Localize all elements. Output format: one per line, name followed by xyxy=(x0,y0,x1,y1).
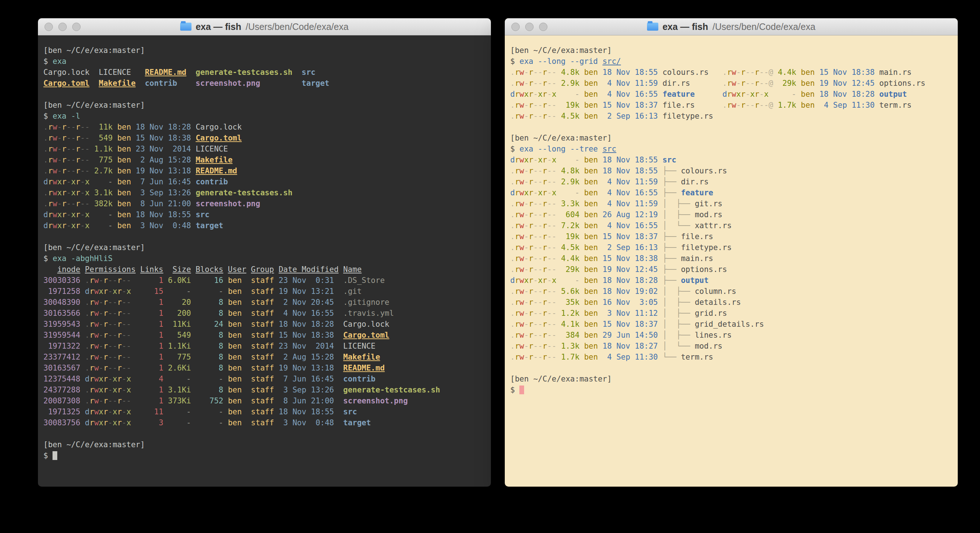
text-segment: 382k xyxy=(90,199,113,208)
text-segment: 3.1Ki xyxy=(163,386,191,394)
zoom-button[interactable] xyxy=(72,22,81,31)
text-segment: - xyxy=(163,375,191,383)
permission-char: r xyxy=(741,90,746,99)
permission-char: - xyxy=(533,221,538,230)
permission-char: . xyxy=(510,342,515,351)
text-segment: [ben ~/C/e/exa:master] xyxy=(43,101,145,110)
terminal-line: 24377288 .rwxr-xr-x 1 3.1Ki 8 ben staff … xyxy=(43,385,485,395)
permission-char: - xyxy=(750,101,755,110)
permission-char: x xyxy=(538,188,543,197)
text-segment: 30048390 xyxy=(43,298,80,306)
text-segment: .travis.yml xyxy=(334,309,394,318)
text-segment: ben staff xyxy=(223,396,274,405)
permission-char: - xyxy=(533,342,538,351)
text-segment: README.md xyxy=(343,364,385,372)
text-segment xyxy=(191,221,196,230)
permission-char: r xyxy=(89,407,94,416)
permission-char: w xyxy=(52,177,57,186)
permission-char: - xyxy=(746,90,750,99)
permission-char: r xyxy=(529,188,534,197)
text-segment: Cargo.toml xyxy=(196,134,242,142)
permission-char: - xyxy=(113,320,118,329)
permission-char: - xyxy=(764,79,769,88)
text-segment: Permissions xyxy=(85,265,136,274)
permission-char: r xyxy=(515,254,520,263)
titlebar[interactable]: exa — fish /Users/ben/Code/exa/exa xyxy=(505,18,958,35)
text-segment: lines.rs xyxy=(695,331,732,340)
terminal-line: .rw-r--r-- 604 ben 26 Aug 12:19 │ ├── mo… xyxy=(510,209,952,220)
zoom-button[interactable] xyxy=(539,22,547,31)
terminal-cursor xyxy=(52,451,57,460)
permission-char: w xyxy=(52,123,57,131)
permission-char: r xyxy=(48,123,53,131)
close-button[interactable] xyxy=(511,22,520,31)
permission-char: - xyxy=(538,79,543,88)
permission-char: - xyxy=(99,276,103,285)
text-segment: 15 Nov 18:37 xyxy=(598,320,658,329)
permission-char: d xyxy=(43,221,48,230)
terminal-screen[interactable]: [ben ~/C/e/exa:master]$ exa --long --gri… xyxy=(505,35,958,487)
text-segment: - xyxy=(768,90,796,99)
close-button[interactable] xyxy=(45,22,53,31)
permission-char: - xyxy=(108,386,113,394)
text-segment: $ xyxy=(510,145,519,153)
permission-char: - xyxy=(533,287,538,296)
text-segment: 5.6k xyxy=(557,287,579,296)
permission-char: x xyxy=(764,90,769,99)
permission-char: - xyxy=(122,353,127,361)
text-segment xyxy=(80,276,85,285)
permission-char: r xyxy=(543,210,547,219)
permission-char: r xyxy=(48,199,53,208)
terminal-line: 31959544 .rw-r--r-- 1 549 8 ben staff 15… xyxy=(43,330,485,341)
permission-char: - xyxy=(538,309,543,318)
text-segment: ben staff xyxy=(223,276,274,285)
permission-char: r xyxy=(515,298,520,306)
minimize-button[interactable] xyxy=(58,22,67,31)
permission-char: - xyxy=(524,79,529,88)
text-segment: 200 xyxy=(163,309,191,318)
permission-char: - xyxy=(538,166,543,175)
permission-char: - xyxy=(533,353,538,361)
text-segment: colours.rs xyxy=(662,68,708,77)
text-segment: ben xyxy=(579,342,598,351)
permission-char: . xyxy=(85,386,90,394)
permission-char: r xyxy=(103,331,108,340)
text-segment: 2.7k xyxy=(90,166,113,175)
text-segment xyxy=(246,265,251,274)
text-segment: Name xyxy=(343,265,362,274)
permission-char: - xyxy=(85,155,90,164)
permission-char: . xyxy=(510,353,515,361)
text-segment xyxy=(334,331,343,340)
text-segment: 4.8k xyxy=(557,68,579,77)
permission-char: w xyxy=(94,331,99,340)
text-segment: ben xyxy=(796,79,815,88)
text-segment: 2.6Ki xyxy=(163,364,191,372)
text-segment: 4 Nov 11:59 xyxy=(598,79,658,88)
text-segment: file.rs xyxy=(662,101,695,110)
permission-char: r xyxy=(529,243,534,252)
permission-char: - xyxy=(538,353,543,361)
permission-char: r xyxy=(103,375,108,383)
text-segment: term.rs xyxy=(681,353,713,361)
text-segment: .git xyxy=(334,287,362,296)
text-segment: 384 xyxy=(557,331,579,340)
text-segment: 1 xyxy=(131,298,163,306)
text-segment: - xyxy=(163,407,191,416)
text-segment: 1 xyxy=(131,353,163,361)
permission-char: r xyxy=(515,68,520,77)
permission-char: - xyxy=(122,320,127,329)
terminal-line: [ben ~/C/e/exa:master] xyxy=(510,373,952,385)
terminal-screen[interactable]: [ben ~/C/e/exa:master]$ exaCargo.lock LI… xyxy=(38,35,491,487)
permission-char: - xyxy=(538,243,543,252)
text-segment: 12375448 xyxy=(43,375,80,383)
text-segment: 4 Nov 16:55 xyxy=(598,221,658,230)
permission-char: - xyxy=(533,155,538,164)
permission-char: r xyxy=(543,188,547,197)
permission-char: r xyxy=(529,309,534,318)
titlebar[interactable]: exa — fish /Users/ben/Code/exa/exa xyxy=(38,18,491,35)
minimize-button[interactable] xyxy=(525,22,534,31)
text-segment: │ ├── xyxy=(662,298,695,306)
permission-char: w xyxy=(52,155,57,164)
permission-char: d xyxy=(43,210,48,219)
terminal-line: .rw-r--r-- 382k ben 8 Jun 21:00 screensh… xyxy=(43,198,485,209)
